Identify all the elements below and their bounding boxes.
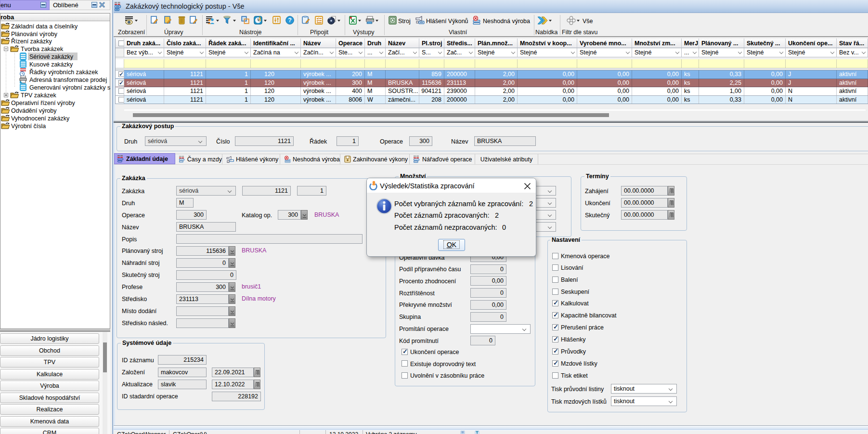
svg-text:?: ?	[288, 17, 292, 24]
